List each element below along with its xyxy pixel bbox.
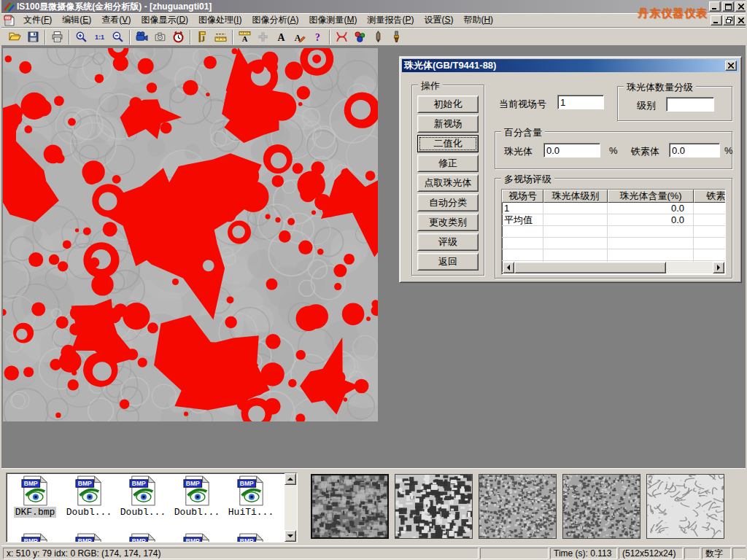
sample-thumbnail-4[interactable]	[646, 474, 724, 539]
op-button-0[interactable]: 初始化	[417, 96, 479, 113]
menu-item-7[interactable]: 图像测量(M)	[303, 12, 362, 28]
title-bar[interactable]: IS100显微摄像系统(金相分析版) - [zhuguangti01]	[1, 0, 747, 13]
menu-item-8[interactable]: 测量报告(P)	[362, 12, 419, 28]
op-button-5[interactable]: 自动分类	[417, 194, 479, 211]
pearlite-percent-input[interactable]	[543, 143, 600, 158]
toolbar-print-button[interactable]	[48, 29, 66, 45]
micrograph-image[interactable]	[3, 48, 378, 421]
current-field-input[interactable]	[557, 95, 604, 109]
table-column-header-0[interactable]: 视场号	[502, 190, 543, 203]
op-button-6[interactable]: 更改类别	[417, 214, 479, 231]
table-hscrollbar[interactable]	[503, 262, 724, 273]
sample-thumbnail-2[interactable]	[479, 474, 557, 539]
op-button-7[interactable]: 评级	[417, 233, 479, 251]
dialog-title-bar[interactable]: 珠光体(GB/T9441-88)	[402, 59, 739, 72]
status-bar: x: 510 y: 79 idx: 0 RGB: (174, 174, 174)…	[1, 545, 747, 560]
toolbar-photo-camera-button[interactable]	[151, 29, 169, 45]
table-column-header-1[interactable]: 珠光体级别	[543, 190, 608, 203]
table-row-empty	[502, 249, 725, 261]
multifield-table[interactable]: 视场号珠光体级别珠光体含量(%)铁素体含量(%) 10.0平均值0.0	[501, 189, 726, 275]
toolbar-annotate-button[interactable]: A	[290, 29, 309, 45]
window-minimize-button[interactable]	[709, 1, 721, 12]
measure-text-icon: A	[239, 31, 251, 43]
toolbar-crosshair-button[interactable]	[254, 29, 272, 45]
toolbar-text-button[interactable]: A	[272, 29, 290, 45]
file-item-row2-4[interactable]	[224, 533, 278, 542]
hscroll-right-button[interactable]	[713, 262, 724, 273]
bmp-file-icon	[21, 475, 49, 506]
toolbar-curve-button[interactable]	[333, 29, 351, 45]
child-close-button[interactable]	[735, 15, 747, 26]
svg-text:A: A	[278, 32, 285, 43]
file-item-row2-2[interactable]	[116, 533, 170, 542]
op-button-1[interactable]: 新视场	[417, 115, 479, 133]
menu-item-5[interactable]: 图像处理(I)	[193, 12, 247, 28]
toolbar-video-camera-button[interactable]	[133, 29, 151, 45]
menu-item-3[interactable]: 查看(V)	[96, 12, 136, 28]
op-button-3[interactable]: 修正	[417, 155, 479, 172]
sample-thumbnail-1[interactable]	[395, 474, 473, 539]
toolbar-brush-button[interactable]	[387, 29, 406, 45]
toolbar-particles-button[interactable]	[351, 29, 369, 45]
status-empty-3	[732, 548, 747, 559]
menu-item-10[interactable]: 帮助(H)	[458, 12, 498, 28]
menu-item-6[interactable]: 图像分析(A)	[247, 12, 303, 28]
file-item-2[interactable]: Doubl...	[116, 475, 170, 518]
bmp-file-icon	[129, 533, 157, 542]
file-item-0[interactable]: DKF.bmp	[8, 475, 62, 518]
level-input[interactable]	[666, 97, 714, 112]
toolbar-actual-size-button[interactable]: 1:1	[90, 29, 109, 45]
file-vscrollbar[interactable]	[285, 473, 297, 542]
child-restore-button[interactable]	[723, 15, 735, 26]
ferrite-percent-input[interactable]	[669, 143, 720, 158]
thumbnail-strip	[311, 474, 724, 539]
dialog-title: 珠光体(GB/T9441-88)	[404, 59, 496, 72]
toolbar-help-button[interactable]: ?	[309, 29, 327, 45]
file-item-row2-1[interactable]	[62, 533, 116, 542]
toolbar-measure-text-button[interactable]: A	[236, 29, 254, 45]
file-item-4[interactable]: HuiTi...	[224, 475, 278, 518]
child-minimize-button[interactable]	[711, 15, 722, 26]
vscroll-up-button[interactable]	[285, 473, 296, 485]
table-column-header-2[interactable]: 珠光体含量(%)	[608, 190, 694, 203]
dialog-close-button[interactable]	[725, 61, 737, 71]
document-icon: DOC	[4, 15, 15, 26]
window-maximize-button[interactable]	[722, 1, 734, 12]
file-item-row2-3[interactable]	[170, 533, 224, 542]
hscroll-left-button[interactable]	[503, 262, 514, 273]
menu-item-1[interactable]: 文件(F)	[18, 12, 57, 28]
toolbar-open-button[interactable]	[6, 29, 24, 45]
toolbar-save-button[interactable]	[24, 29, 42, 45]
menu-bar: DOC 文件(F)编辑(E)查看(V)图像显示(D)图像处理(I)图像分析(A)…	[1, 13, 747, 28]
menu-item-4[interactable]: 图像显示(D)	[136, 12, 193, 28]
toolbar-ruler-button[interactable]	[212, 29, 230, 45]
op-button-8[interactable]: 返回	[417, 253, 479, 271]
file-item-3[interactable]: Doubl...	[170, 475, 224, 518]
toolbar-zoom-in-button[interactable]	[72, 29, 90, 45]
status-empty-2	[684, 548, 700, 559]
hscroll-thumb[interactable]	[514, 262, 666, 273]
file-label: DKF.bmp	[14, 507, 57, 518]
bmp-file-icon	[129, 475, 157, 506]
bmp-file-icon	[75, 475, 103, 506]
bottom-panel: DKF.bmpDoubl...Doubl...Doubl...HuiTi...	[1, 468, 747, 545]
file-item-1[interactable]: Doubl...	[62, 475, 116, 518]
window-close-button[interactable]	[735, 1, 747, 12]
open-icon	[9, 31, 21, 43]
op-button-4[interactable]: 点取珠光体	[417, 174, 479, 192]
op-button-2[interactable]: 二值化	[417, 135, 479, 152]
bmp-file-icon	[75, 533, 103, 542]
toolbar-pen-button[interactable]	[369, 29, 387, 45]
sample-thumbnail-0[interactable]	[311, 474, 389, 539]
table-cell	[608, 249, 694, 260]
toolbar-caliper-button[interactable]	[193, 29, 212, 45]
table-column-header-3[interactable]: 铁素体含量(%)	[694, 190, 726, 203]
vscroll-down-button[interactable]	[285, 530, 296, 542]
file-item-row2-0[interactable]	[8, 533, 62, 542]
toolbar-zoom-out-button[interactable]	[109, 29, 127, 45]
sample-thumbnail-3[interactable]	[562, 474, 640, 539]
menu-item-9[interactable]: 设置(S)	[419, 12, 458, 28]
table-cell	[543, 226, 608, 237]
toolbar-timer-button[interactable]	[169, 29, 187, 45]
menu-item-2[interactable]: 编辑(E)	[57, 12, 96, 28]
